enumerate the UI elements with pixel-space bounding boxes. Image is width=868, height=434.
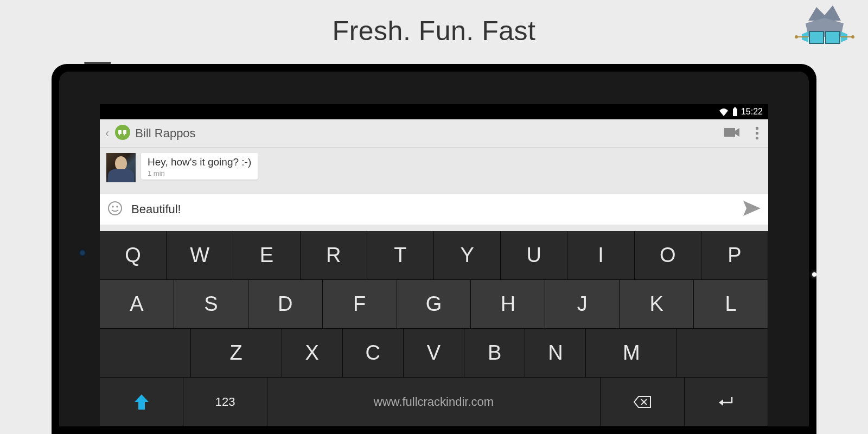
key-v[interactable]: V [404,329,464,378]
key-u[interactable]: U [501,231,567,280]
key-j[interactable]: J [545,280,620,329]
key-blank-left[interactable] [100,329,191,378]
key-q[interactable]: Q [100,231,167,280]
overflow-menu-icon[interactable] [750,127,764,139]
key-row-1: QWERTYUIOP [100,231,768,280]
app-header: ‹ Bill Rappos [100,119,768,148]
svg-point-7 [851,35,854,39]
compose-bar: Beautiful! [100,193,768,225]
battery-icon [732,107,738,116]
svg-rect-12 [123,130,126,134]
key-row-4: 123 www.fullcrackindir.com [100,378,768,426]
compose-input[interactable]: Beautiful! [131,202,743,216]
send-icon[interactable] [743,201,761,218]
svg-point-6 [795,35,798,39]
tablet-frame: 15:22 ‹ Bill Rappos [52,64,816,434]
device-screen: 15:22 ‹ Bill Rappos [100,104,768,426]
video-call-icon[interactable] [714,127,750,140]
key-p[interactable]: P [701,231,768,280]
svg-point-16 [112,206,114,208]
key-b[interactable]: B [464,329,525,378]
keyboard: QWERTYUIOP ASDFGHJKL ZXCVBNM 123 www.ful… [100,231,768,426]
key-r[interactable]: R [301,231,367,280]
message-row: Hey, how's it going? :-) 1 min [106,153,762,182]
key-d[interactable]: D [248,280,323,329]
svg-point-17 [116,206,118,208]
key-blank-right[interactable] [677,329,768,378]
key-e[interactable]: E [233,231,300,280]
key-a[interactable]: A [100,280,174,329]
key-m[interactable]: M [586,329,677,378]
mascot-logo [787,4,863,64]
key-o[interactable]: O [635,231,701,280]
wifi-icon [718,107,729,116]
shift-key[interactable] [100,378,183,426]
key-x[interactable]: X [282,329,343,378]
key-i[interactable]: I [567,231,634,280]
key-c[interactable]: C [343,329,404,378]
emoji-icon[interactable] [107,201,123,218]
key-g[interactable]: G [397,280,471,329]
svg-marker-19 [135,394,149,410]
key-s[interactable]: S [174,280,248,329]
svg-rect-9 [733,108,737,116]
svg-rect-13 [724,128,735,137]
enter-key[interactable] [685,378,768,426]
key-y[interactable]: Y [434,231,501,280]
svg-marker-2 [809,31,824,43]
tagline: Fresh. Fun. Fast [0,0,868,47]
key-row-3: ZXCVBNM [100,329,768,378]
key-k[interactable]: K [620,280,694,329]
svg-marker-3 [826,31,840,43]
power-led [812,272,816,277]
spacebar-key[interactable]: www.fullcrackindir.com [267,378,601,426]
hangouts-icon[interactable] [113,124,132,143]
contact-name: Bill Rappos [135,126,714,141]
message-text: Hey, how's it going? :-) [148,156,251,168]
svg-rect-8 [734,107,736,108]
numeric-key[interactable]: 123 [183,378,267,426]
status-time: 15:22 [741,107,763,117]
svg-marker-18 [743,201,761,216]
status-bar: 15:22 [100,104,768,119]
message-bubble: Hey, how's it going? :-) 1 min [141,153,258,180]
key-w[interactable]: W [167,231,233,280]
key-f[interactable]: F [323,280,397,329]
avatar[interactable] [106,153,136,182]
key-t[interactable]: T [367,231,434,280]
message-time: 1 min [148,169,251,177]
back-icon[interactable]: ‹ [104,126,110,141]
key-z[interactable]: Z [191,329,282,378]
svg-marker-14 [735,128,739,137]
chat-area: Hey, how's it going? :-) 1 min [100,148,768,188]
svg-point-15 [108,202,122,215]
key-l[interactable]: L [694,280,768,329]
svg-marker-22 [719,399,723,406]
key-row-2: ASDFGHJKL [100,280,768,329]
backspace-key[interactable] [601,378,684,426]
tablet-camera [79,249,86,257]
svg-rect-11 [118,130,122,134]
key-n[interactable]: N [525,329,586,378]
key-h[interactable]: H [471,280,545,329]
